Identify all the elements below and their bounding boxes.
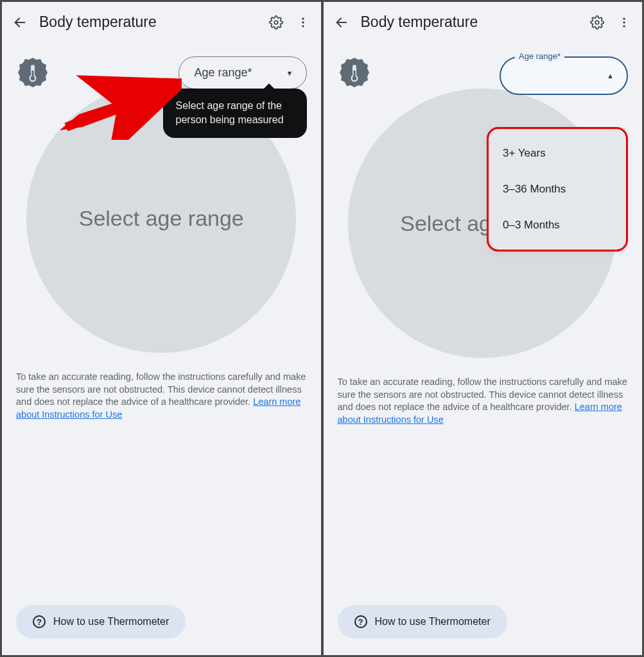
page-title: Body temperature [361,13,579,31]
age-range-floating-label: Age range* [515,51,564,61]
screenshot-right: Body temperature Age range* ▲ 3+ Years 3… [324,2,643,655]
svg-point-12 [595,21,599,24]
age-range-menu: 3+ Years 3–36 Months 0–3 Months [487,127,628,252]
age-option-3plus[interactable]: 3+ Years [489,135,626,171]
thermo-row: Age range* ▼ Select age range of the per… [2,37,321,90]
screenshot-left: Body temperature Age range* ▼ Select age… [2,2,321,655]
svg-point-4 [302,25,304,27]
thermo-row: Age range* ▲ [324,37,643,95]
chevron-up-icon: ▲ [607,72,614,80]
back-icon[interactable] [12,15,28,30]
disclaimer-text: To take an accurate reading, follow the … [2,353,321,421]
help-icon: ? [354,615,367,628]
age-range-tooltip: Select age range of the person being mea… [163,89,307,138]
how-to-use-chip[interactable]: ? How to use Thermometer [338,605,507,638]
disclaimer-text: To take an accurate reading, follow the … [324,358,643,426]
top-bar: Body temperature [324,2,643,37]
svg-point-13 [623,17,625,19]
svg-point-3 [302,21,304,23]
top-bar: Body temperature [2,2,321,37]
svg-point-8 [31,76,35,80]
more-icon[interactable] [616,15,632,30]
age-range-dropdown[interactable]: Age range* ▲ [500,56,628,95]
more-icon[interactable] [295,15,311,30]
age-range-dropdown[interactable]: Age range* ▼ [178,56,307,89]
age-option-3-36m[interactable]: 3–36 Months [489,171,626,207]
chevron-down-icon: ▼ [286,69,293,77]
how-to-use-label: How to use Thermometer [375,616,491,627]
age-option-0-3m[interactable]: 0–3 Months [489,207,626,243]
thermometer-badge-icon [338,56,371,90]
back-icon[interactable] [334,15,349,30]
how-to-use-label: How to use Thermometer [53,616,169,627]
svg-point-2 [302,17,304,19]
svg-point-19 [352,76,356,80]
thermometer-badge-icon [16,56,49,90]
reading-placeholder-text: Select age range [79,206,244,231]
how-to-use-chip[interactable]: ? How to use Thermometer [16,605,186,638]
svg-point-14 [623,21,625,23]
page-title: Body temperature [39,13,257,31]
gear-icon[interactable] [589,15,605,30]
gear-icon[interactable] [268,15,284,30]
svg-point-1 [274,21,278,24]
age-range-label: Age range* [195,66,252,80]
svg-point-15 [623,25,625,27]
help-icon: ? [33,615,46,628]
